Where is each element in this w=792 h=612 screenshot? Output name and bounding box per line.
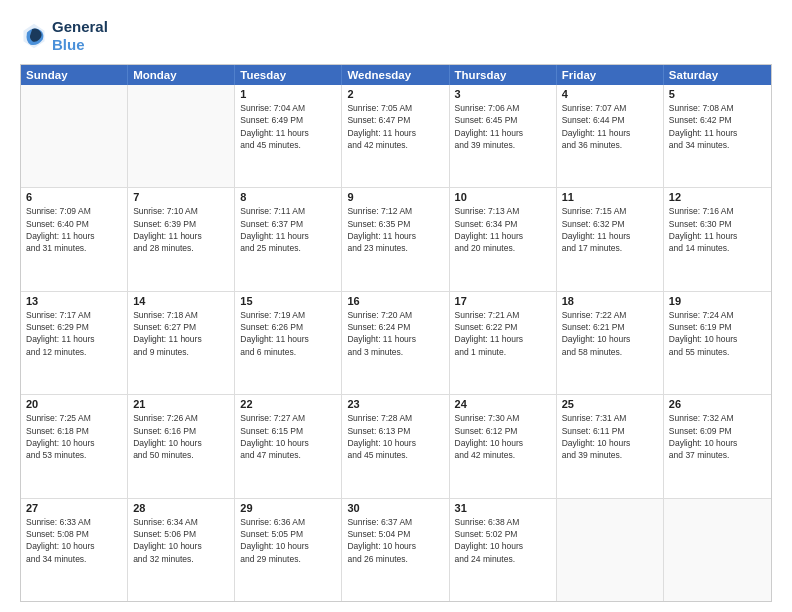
day-number: 21 <box>133 398 229 410</box>
calendar-cell: 17Sunrise: 7:21 AM Sunset: 6:22 PM Dayli… <box>450 292 557 394</box>
day-number: 2 <box>347 88 443 100</box>
calendar-cell: 5Sunrise: 7:08 AM Sunset: 6:42 PM Daylig… <box>664 85 771 187</box>
calendar-cell <box>557 499 664 601</box>
day-info: Sunrise: 7:10 AM Sunset: 6:39 PM Dayligh… <box>133 205 229 254</box>
calendar-cell: 8Sunrise: 7:11 AM Sunset: 6:37 PM Daylig… <box>235 188 342 290</box>
day-info: Sunrise: 7:27 AM Sunset: 6:15 PM Dayligh… <box>240 412 336 461</box>
day-number: 3 <box>455 88 551 100</box>
day-number: 1 <box>240 88 336 100</box>
day-info: Sunrise: 6:37 AM Sunset: 5:04 PM Dayligh… <box>347 516 443 565</box>
week-row-2: 6Sunrise: 7:09 AM Sunset: 6:40 PM Daylig… <box>21 187 771 290</box>
day-number: 30 <box>347 502 443 514</box>
day-info: Sunrise: 7:31 AM Sunset: 6:11 PM Dayligh… <box>562 412 658 461</box>
day-info: Sunrise: 6:36 AM Sunset: 5:05 PM Dayligh… <box>240 516 336 565</box>
day-info: Sunrise: 7:17 AM Sunset: 6:29 PM Dayligh… <box>26 309 122 358</box>
calendar-cell: 31Sunrise: 6:38 AM Sunset: 5:02 PM Dayli… <box>450 499 557 601</box>
day-info: Sunrise: 7:04 AM Sunset: 6:49 PM Dayligh… <box>240 102 336 151</box>
calendar-cell: 11Sunrise: 7:15 AM Sunset: 6:32 PM Dayli… <box>557 188 664 290</box>
day-number: 13 <box>26 295 122 307</box>
calendar-cell: 26Sunrise: 7:32 AM Sunset: 6:09 PM Dayli… <box>664 395 771 497</box>
day-number: 16 <box>347 295 443 307</box>
day-info: Sunrise: 7:08 AM Sunset: 6:42 PM Dayligh… <box>669 102 766 151</box>
calendar-cell: 12Sunrise: 7:16 AM Sunset: 6:30 PM Dayli… <box>664 188 771 290</box>
day-info: Sunrise: 7:25 AM Sunset: 6:18 PM Dayligh… <box>26 412 122 461</box>
calendar-cell <box>664 499 771 601</box>
day-info: Sunrise: 7:11 AM Sunset: 6:37 PM Dayligh… <box>240 205 336 254</box>
calendar-cell: 15Sunrise: 7:19 AM Sunset: 6:26 PM Dayli… <box>235 292 342 394</box>
week-row-5: 27Sunrise: 6:33 AM Sunset: 5:08 PM Dayli… <box>21 498 771 601</box>
header: General Blue <box>20 18 772 54</box>
calendar-cell: 9Sunrise: 7:12 AM Sunset: 6:35 PM Daylig… <box>342 188 449 290</box>
calendar-cell: 23Sunrise: 7:28 AM Sunset: 6:13 PM Dayli… <box>342 395 449 497</box>
day-header-wednesday: Wednesday <box>342 65 449 85</box>
day-info: Sunrise: 7:30 AM Sunset: 6:12 PM Dayligh… <box>455 412 551 461</box>
day-number: 6 <box>26 191 122 203</box>
calendar-body: 1Sunrise: 7:04 AM Sunset: 6:49 PM Daylig… <box>21 85 771 601</box>
calendar-cell: 2Sunrise: 7:05 AM Sunset: 6:47 PM Daylig… <box>342 85 449 187</box>
day-number: 15 <box>240 295 336 307</box>
logo-icon <box>20 22 48 50</box>
day-number: 18 <box>562 295 658 307</box>
calendar-cell: 4Sunrise: 7:07 AM Sunset: 6:44 PM Daylig… <box>557 85 664 187</box>
day-number: 4 <box>562 88 658 100</box>
day-number: 9 <box>347 191 443 203</box>
day-number: 26 <box>669 398 766 410</box>
day-number: 7 <box>133 191 229 203</box>
calendar-cell <box>21 85 128 187</box>
day-header-friday: Friday <box>557 65 664 85</box>
day-info: Sunrise: 7:21 AM Sunset: 6:22 PM Dayligh… <box>455 309 551 358</box>
day-info: Sunrise: 7:19 AM Sunset: 6:26 PM Dayligh… <box>240 309 336 358</box>
day-number: 23 <box>347 398 443 410</box>
day-number: 24 <box>455 398 551 410</box>
day-number: 20 <box>26 398 122 410</box>
calendar-cell: 13Sunrise: 7:17 AM Sunset: 6:29 PM Dayli… <box>21 292 128 394</box>
day-header-monday: Monday <box>128 65 235 85</box>
day-number: 5 <box>669 88 766 100</box>
calendar-cell: 22Sunrise: 7:27 AM Sunset: 6:15 PM Dayli… <box>235 395 342 497</box>
day-number: 19 <box>669 295 766 307</box>
calendar-cell <box>128 85 235 187</box>
calendar-cell: 19Sunrise: 7:24 AM Sunset: 6:19 PM Dayli… <box>664 292 771 394</box>
calendar-cell: 10Sunrise: 7:13 AM Sunset: 6:34 PM Dayli… <box>450 188 557 290</box>
day-info: Sunrise: 7:07 AM Sunset: 6:44 PM Dayligh… <box>562 102 658 151</box>
day-number: 27 <box>26 502 122 514</box>
day-number: 28 <box>133 502 229 514</box>
day-info: Sunrise: 7:06 AM Sunset: 6:45 PM Dayligh… <box>455 102 551 151</box>
calendar-cell: 24Sunrise: 7:30 AM Sunset: 6:12 PM Dayli… <box>450 395 557 497</box>
calendar-cell: 29Sunrise: 6:36 AM Sunset: 5:05 PM Dayli… <box>235 499 342 601</box>
calendar-cell: 18Sunrise: 7:22 AM Sunset: 6:21 PM Dayli… <box>557 292 664 394</box>
day-info: Sunrise: 7:24 AM Sunset: 6:19 PM Dayligh… <box>669 309 766 358</box>
calendar-cell: 28Sunrise: 6:34 AM Sunset: 5:06 PM Dayli… <box>128 499 235 601</box>
day-number: 17 <box>455 295 551 307</box>
day-info: Sunrise: 7:05 AM Sunset: 6:47 PM Dayligh… <box>347 102 443 151</box>
day-number: 25 <box>562 398 658 410</box>
calendar-cell: 20Sunrise: 7:25 AM Sunset: 6:18 PM Dayli… <box>21 395 128 497</box>
calendar-cell: 7Sunrise: 7:10 AM Sunset: 6:39 PM Daylig… <box>128 188 235 290</box>
day-number: 29 <box>240 502 336 514</box>
day-number: 11 <box>562 191 658 203</box>
calendar-cell: 21Sunrise: 7:26 AM Sunset: 6:16 PM Dayli… <box>128 395 235 497</box>
week-row-3: 13Sunrise: 7:17 AM Sunset: 6:29 PM Dayli… <box>21 291 771 394</box>
day-number: 8 <box>240 191 336 203</box>
logo-text: General Blue <box>52 18 108 54</box>
day-number: 22 <box>240 398 336 410</box>
calendar-cell: 25Sunrise: 7:31 AM Sunset: 6:11 PM Dayli… <box>557 395 664 497</box>
calendar-header: SundayMondayTuesdayWednesdayThursdayFrid… <box>21 65 771 85</box>
day-info: Sunrise: 7:28 AM Sunset: 6:13 PM Dayligh… <box>347 412 443 461</box>
day-info: Sunrise: 7:26 AM Sunset: 6:16 PM Dayligh… <box>133 412 229 461</box>
calendar-cell: 14Sunrise: 7:18 AM Sunset: 6:27 PM Dayli… <box>128 292 235 394</box>
day-info: Sunrise: 7:15 AM Sunset: 6:32 PM Dayligh… <box>562 205 658 254</box>
calendar-cell: 30Sunrise: 6:37 AM Sunset: 5:04 PM Dayli… <box>342 499 449 601</box>
day-number: 10 <box>455 191 551 203</box>
day-info: Sunrise: 6:33 AM Sunset: 5:08 PM Dayligh… <box>26 516 122 565</box>
calendar-cell: 3Sunrise: 7:06 AM Sunset: 6:45 PM Daylig… <box>450 85 557 187</box>
week-row-1: 1Sunrise: 7:04 AM Sunset: 6:49 PM Daylig… <box>21 85 771 187</box>
page: General Blue SundayMondayTuesdayWednesda… <box>0 0 792 612</box>
calendar-cell: 6Sunrise: 7:09 AM Sunset: 6:40 PM Daylig… <box>21 188 128 290</box>
calendar: SundayMondayTuesdayWednesdayThursdayFrid… <box>20 64 772 602</box>
day-info: Sunrise: 7:16 AM Sunset: 6:30 PM Dayligh… <box>669 205 766 254</box>
day-header-thursday: Thursday <box>450 65 557 85</box>
day-header-saturday: Saturday <box>664 65 771 85</box>
day-info: Sunrise: 7:12 AM Sunset: 6:35 PM Dayligh… <box>347 205 443 254</box>
calendar-cell: 27Sunrise: 6:33 AM Sunset: 5:08 PM Dayli… <box>21 499 128 601</box>
